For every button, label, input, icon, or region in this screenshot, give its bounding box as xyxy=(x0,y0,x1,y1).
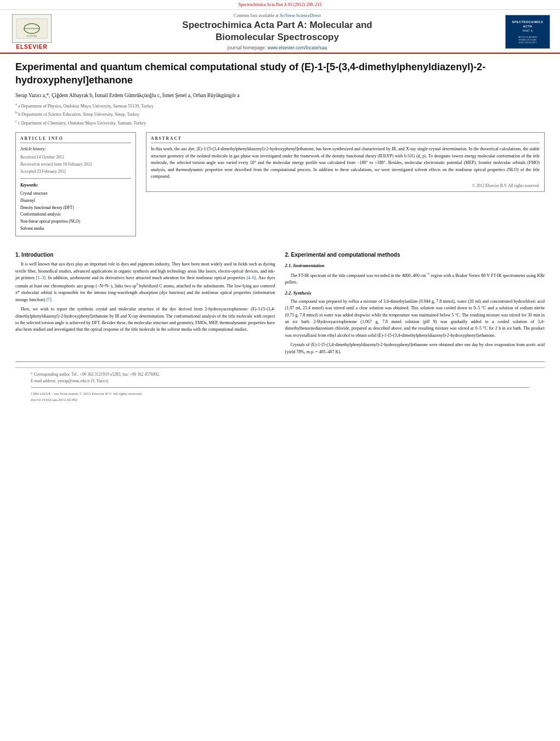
logo-right-image: SPECTROCHIMICAACTAPART A MOLECULAR ANDBI… xyxy=(505,15,550,49)
journal-header: ELSEVIER ELSEVIER Contents lists availab… xyxy=(0,10,560,54)
body-col-left: 1. Introduction It is well known that az… xyxy=(15,246,275,358)
ref4-6[interactable]: [4–6] xyxy=(246,275,256,280)
section2-sub2: 2.2. Synthesis xyxy=(285,290,545,297)
abstract-box: ABSTRACT In this work, the azo dye, (E)-… xyxy=(146,132,545,192)
svg-text:ELSEVIER: ELSEVIER xyxy=(27,35,37,37)
journal-logo-right: SPECTROCHIMICAACTAPART A MOLECULAR ANDBI… xyxy=(501,15,550,49)
sciverse-link[interactable]: SciVerse ScienceDirect xyxy=(280,13,321,18)
section2-para1: The FT-IR spectrum of the title compound… xyxy=(285,271,545,286)
elsevier-text: ELSEVIER xyxy=(16,44,47,50)
affiliation-b: b b Department of Science Education, Sin… xyxy=(15,110,545,118)
accepted: Accepted 23 February 2012 xyxy=(20,169,66,174)
affiliation-a: a a Department of Physics, Ondokuz Mayıs… xyxy=(15,101,545,110)
section1-para1: It is well known that azo dyes play an i… xyxy=(15,261,275,303)
keyword-6: Solvent media xyxy=(20,225,131,233)
journal-homepage: journal homepage: www.elsevier.com/locat… xyxy=(59,45,495,50)
keywords-section: Keywords: Crystal structure Diazenyl Den… xyxy=(20,182,131,232)
elsevier-logo-image: ELSEVIER xyxy=(12,14,52,43)
article-info-abstract: ARTICLE INFO Article history: Received 1… xyxy=(15,132,545,240)
homepage-url[interactable]: www.elsevier.com/locate/saa xyxy=(268,45,327,50)
page: Spectrochimica Acta Part A 93 (2012) 208… xyxy=(0,0,560,741)
abstract-body: In this work, the azo dye, (E)-1-[5-(3,4… xyxy=(151,146,540,179)
ref1-3[interactable]: [1–3] xyxy=(36,275,46,280)
article-info-box: ARTICLE INFO Article history: Received 1… xyxy=(15,132,136,236)
footer-doi: doi:10.1016/j.saa.2012.02.092 xyxy=(31,398,77,402)
received2: Received in revised form 18 February 201… xyxy=(20,162,92,167)
article-history: Article history: Received 14 October 201… xyxy=(20,146,131,175)
copyright: © 2012 Elsevier B.V. All rights reserved… xyxy=(151,183,540,188)
abstract-column: ABSTRACT In this work, the azo dye, (E)-… xyxy=(146,132,545,240)
article-content: Experimental and quantum chemical comput… xyxy=(0,54,560,412)
keywords-label: Keywords: xyxy=(20,182,131,189)
email-line: E-mail address: yserap@omu.edu.tr (S. Ya… xyxy=(31,378,109,383)
section2-sub1: 2.1. Instrumentation xyxy=(285,262,545,269)
footer-issn: 1386-1425/$ – see front matter © 2012 El… xyxy=(31,391,529,403)
abstract-text: In this work, the azo dye, (E)-1-[5-(3,4… xyxy=(151,146,540,180)
section2-heading: 2. Experimental and computational method… xyxy=(285,251,545,259)
journal-header-center: Contents lists available at SciVerse Sci… xyxy=(54,13,501,50)
keyword-2: Diazenyl xyxy=(20,197,131,205)
authors-line: Serap Yazıcı a,*, Çiğdem Albayrak b, İsm… xyxy=(15,92,545,99)
affiliations: a a Department of Physics, Ondokuz Mayıs… xyxy=(15,101,545,127)
journal-reference-bar: Spectrochimica Acta Part A 93 (2012) 208… xyxy=(0,0,560,10)
article-title: Experimental and quantum chemical comput… xyxy=(15,60,545,87)
section2-para2: The compound was prepared by reflux a mi… xyxy=(285,298,545,339)
keyword-4: Conformational analysis xyxy=(20,211,131,218)
received1: Received 14 October 2011 xyxy=(20,155,64,160)
section1-para2: Here, we wish to report the synthesis cr… xyxy=(15,306,275,333)
section1-heading: 1. Introduction xyxy=(15,251,275,259)
journal-title-line2: Biomolecular Spectroscopy xyxy=(59,31,495,43)
article-info-column: ARTICLE INFO Article history: Received 1… xyxy=(15,132,136,240)
journal-ref-text: Spectrochimica Acta Part A 93 (2012) 208… xyxy=(239,2,322,7)
keyword-3: Density functional theory (DFT) xyxy=(20,205,131,212)
body-content: 1. Introduction It is well known that az… xyxy=(15,246,545,358)
affiliation-c: c c Department of Chemistry, Ondokuz May… xyxy=(15,118,545,127)
body-col-right: 2. Experimental and computational method… xyxy=(285,246,545,358)
footer: * Corresponding author. Tel.: +90 362 31… xyxy=(15,367,545,406)
article-info-label: ARTICLE INFO xyxy=(20,136,131,143)
keyword-1: Crystal structure xyxy=(20,190,131,197)
contents-line: Contents lists available at SciVerse Sci… xyxy=(59,13,495,18)
elsevier-logo: ELSEVIER ELSEVIER xyxy=(10,14,54,50)
abstract-label: ABSTRACT xyxy=(151,136,540,143)
keyword-5: Non-linear optical properties (NLO) xyxy=(20,218,131,225)
ref7[interactable]: [7] xyxy=(46,297,51,302)
section2-para3: Crystals of (E)-1-[5-(3,4-dimethylphenyl… xyxy=(285,342,545,355)
history-label: Article history: xyxy=(20,146,131,153)
journal-title-line1: Spectrochimica Acta Part A: Molecular an… xyxy=(59,19,495,31)
footnote-star: * Corresponding author. Tel.: +90 362 31… xyxy=(31,371,529,384)
